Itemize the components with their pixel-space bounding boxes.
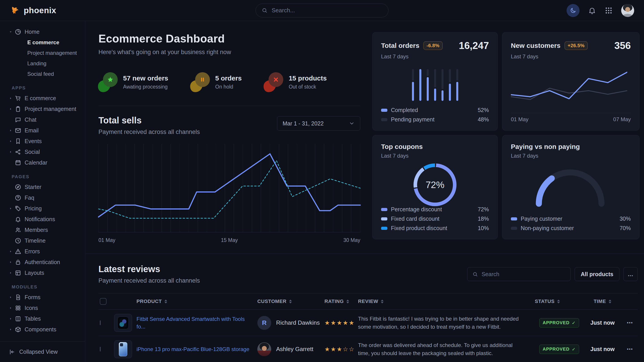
legend-label: Fixed card discount [391, 216, 440, 222]
x-tick: 01 May [511, 116, 528, 122]
sidebar-item-starter[interactable]: Starter [9, 182, 82, 192]
row-checkbox[interactable] [100, 347, 101, 352]
sort-icon[interactable] [289, 300, 292, 304]
card-title: Paying vs non paying [511, 143, 580, 150]
sidebar-item-faq[interactable]: Faq [9, 192, 82, 203]
pause-stat-icon [191, 72, 210, 92]
legend-label: Percentage discount [391, 206, 442, 213]
grid-dots-icon [604, 6, 613, 14]
sidebar-item-tables[interactable]: Tables [9, 313, 82, 324]
global-search-input[interactable] [271, 7, 382, 14]
sidebar-item-events[interactable]: Events [9, 136, 82, 146]
sidebar-item-project-management[interactable]: Project management [9, 103, 82, 114]
sidebar-item-label: Timeline [24, 237, 46, 244]
sidebar-section-modules: MODULES [9, 284, 82, 290]
reviews-more-button[interactable]: ... [624, 267, 638, 281]
sidebar-item-members[interactable]: Members [9, 225, 82, 235]
sidebar-item-label: Faq [24, 195, 34, 201]
stat-value: 15 products [289, 74, 327, 82]
legend-value: 30% [620, 216, 631, 222]
sidebar-item-landing[interactable]: Landing [27, 58, 82, 69]
sidebar-item-label: Pricing [24, 205, 42, 212]
legend-label: Completed [391, 107, 418, 113]
sidebar-item-project-management[interactable]: Project management [27, 48, 82, 58]
share-nodes-icon [15, 149, 23, 155]
column-header-label[interactable]: PRODUCT [136, 299, 162, 304]
sidebar-item-email[interactable]: Email [9, 125, 82, 136]
sort-icon[interactable] [164, 300, 167, 304]
collapse-sidebar-button[interactable]: Collapsed View [0, 342, 85, 362]
clipboard-icon [15, 106, 23, 112]
caret-right-icon [9, 207, 15, 210]
column-header-label[interactable]: CUSTOMER [257, 299, 286, 304]
review-text: This Fitbit is fantastic! I was trying t… [358, 315, 535, 331]
all-products-filter-button[interactable]: All products [575, 267, 620, 281]
sort-icon[interactable] [381, 300, 384, 304]
column-header-label[interactable]: TIME [594, 299, 606, 304]
sidebar-item-timeline[interactable]: Timeline [9, 235, 82, 246]
apps-menu-button[interactable] [604, 6, 613, 14]
sidebar-item-label: Errors [24, 248, 40, 255]
sidebar-item-chat[interactable]: Chat [9, 114, 82, 125]
sort-icon[interactable] [346, 300, 349, 304]
column-header-label[interactable]: RATING [324, 299, 344, 304]
reviews-search-input[interactable] [481, 271, 566, 278]
collapse-sidebar-label: Collapsed View [19, 349, 58, 355]
review-time: Just now [583, 320, 622, 326]
check-icon: ✓ [572, 320, 576, 326]
sidebar-item-label: E commerce [24, 95, 56, 101]
sidebar-item-errors[interactable]: Errors [9, 246, 82, 257]
product-link[interactable]: iPhone 13 pro max-Pacific Blue-128GB sto… [136, 346, 256, 352]
bar-fill [449, 84, 451, 101]
sidebar-nav: HomeE commerceProject managementLandingS… [0, 21, 85, 342]
total-sells-subtitle: Payment received across all channels [98, 129, 200, 135]
review-time: Just now [583, 346, 622, 353]
column-header-label[interactable]: REVIEW [358, 299, 378, 304]
sidebar-item-pricing[interactable]: Pricing [9, 203, 82, 214]
bar-fill [442, 90, 444, 101]
row-checkbox[interactable] [100, 321, 101, 325]
sidebar-item-label: Authentication [24, 259, 60, 265]
sidebar-item-home[interactable]: Home [9, 26, 82, 37]
sidebar-item-label: Events [24, 138, 42, 144]
sidebar-item-layouts[interactable]: Layouts [9, 267, 82, 278]
theme-toggle-button[interactable] [566, 4, 580, 17]
legend-row-paying-customer: Paying customer30% [511, 216, 631, 222]
sidebar-item-social[interactable]: Social [9, 146, 82, 157]
latest-reviews-section: Latest reviews Payment received across a… [85, 254, 644, 362]
sidebar-item-e-commerce[interactable]: E commerce [9, 93, 82, 103]
sidebar-item-e-commerce[interactable]: E commerce [27, 37, 82, 48]
card-title: New customers [511, 42, 560, 49]
row-menu-button[interactable]: ⋯ [622, 346, 638, 353]
tag-icon [15, 205, 23, 212]
reviews-table: PRODUCTCUSTOMERRATINGREVIEWSTATUSTIMEFit… [98, 293, 638, 362]
sidebar-item-icons[interactable]: Icons [9, 303, 82, 313]
sidebar-item-social-feed[interactable]: Social feed [27, 69, 82, 79]
user-avatar[interactable] [621, 4, 634, 17]
sidebar-item-calendar[interactable]: Calendar [9, 157, 82, 168]
sidebar-item-forms[interactable]: Forms [9, 292, 82, 303]
column-header-label[interactable]: STATUS [535, 299, 554, 304]
review-text: The order was delivered ahead of schedul… [358, 341, 535, 357]
sidebar-item-label: Project management [24, 106, 76, 112]
row-menu-cell: ⋯ [622, 346, 638, 353]
brand-logo[interactable]: phoenix [10, 5, 56, 16]
date-range-select[interactable]: Mar 1 - 31, 2022 [277, 116, 360, 131]
sidebar-item-components[interactable]: Components [9, 324, 82, 335]
product-link[interactable]: Fitbit Sense Advanced Smartwatch with To… [136, 316, 245, 330]
product-thumb-cell [114, 340, 136, 358]
total-orders-card: Total orders -6.8% 16,247 Last 7 days Co… [372, 32, 498, 131]
orders-legend: Completed52%Pending payment48% [381, 107, 489, 123]
cube-icon [15, 326, 23, 333]
icons-grid-icon [15, 305, 23, 311]
legend-value: 72% [478, 206, 489, 213]
row-menu-button[interactable]: ⋯ [622, 319, 638, 327]
order-bar [427, 69, 429, 101]
sort-icon[interactable] [557, 300, 560, 304]
sort-icon[interactable] [609, 300, 611, 304]
sidebar-item-label: Starter [24, 184, 42, 190]
select-all-checkbox[interactable] [100, 298, 106, 305]
notifications-button[interactable] [588, 6, 596, 14]
sidebar-item-authentication[interactable]: Authentication [9, 257, 82, 267]
sidebar-item-notifications[interactable]: Notifications [9, 214, 82, 225]
